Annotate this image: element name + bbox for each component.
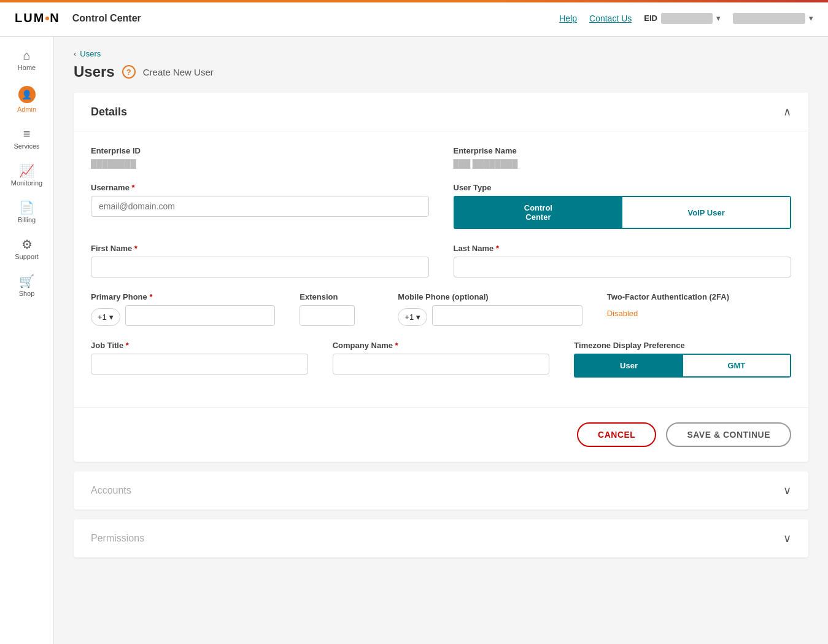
sidebar-label-monitoring: Monitoring: [11, 179, 42, 187]
header-title: Control Center: [72, 13, 559, 24]
timezone-gmt-btn[interactable]: GMT: [683, 354, 791, 378]
eid-value: ████████: [661, 13, 713, 24]
permissions-expand-icon[interactable]: ∨: [783, 532, 791, 545]
save-continue-button[interactable]: SAVE & CONTINUE: [666, 422, 791, 447]
page-subtitle: Create New User: [143, 67, 214, 77]
form-group-primary-phone: Primary Phone * +1 ▾: [91, 292, 275, 326]
sidebar-label-support: Support: [15, 253, 39, 260]
user-type-voip[interactable]: VoIP User: [622, 196, 791, 229]
help-icon-button[interactable]: ?: [122, 65, 136, 79]
enterprise-id-label: Enterprise ID: [91, 146, 429, 155]
sidebar-item-admin[interactable]: 👤 Admin: [0, 79, 53, 120]
mobile-phone-group: +1 ▾: [398, 305, 582, 326]
user-type-label: User Type: [454, 183, 792, 192]
contact-link[interactable]: Contact Us: [589, 14, 632, 23]
mobile-phone-country-code: +1: [404, 312, 414, 322]
accounts-section-title: Accounts: [91, 485, 131, 496]
sidebar-label-shop: Shop: [19, 290, 35, 297]
cancel-button[interactable]: CANCEL: [577, 422, 656, 447]
extension-input[interactable]: [300, 305, 355, 326]
sidebar-item-billing[interactable]: 📄 Billing: [0, 194, 53, 231]
account-value: ████████████: [733, 13, 805, 24]
user-type-toggle: ControlCenter VoIP User: [454, 196, 792, 229]
first-name-input[interactable]: [91, 257, 429, 277]
form-group-user-type: User Type ControlCenter VoIP User: [454, 183, 792, 229]
sidebar: ⌂ Home 👤 Admin ≡ Services 📈 Monitoring 📄…: [0, 37, 54, 644]
mobile-phone-label: Mobile Phone (optional): [398, 292, 582, 301]
header: LUMN Control Center Help Contact Us EID …: [0, 0, 828, 37]
eid-dropdown-icon[interactable]: ▾: [716, 14, 721, 23]
primary-phone-country-code: +1: [98, 312, 107, 322]
header-nav: Help Contact Us EID ████████ ▾ █████████…: [559, 13, 813, 24]
monitoring-icon: 📈: [19, 165, 34, 177]
primary-phone-group: +1 ▾: [91, 305, 275, 326]
permissions-card: Permissions ∨: [74, 519, 808, 557]
form-row-username-usertype: Username * User Type ControlCenter VoIP …: [91, 183, 791, 229]
mobile-phone-number-input[interactable]: [432, 305, 582, 326]
twofa-label: Two-Factor Authentication (2FA): [607, 292, 791, 301]
accounts-expand-icon[interactable]: ∨: [783, 484, 791, 497]
admin-icon: 👤: [18, 86, 36, 103]
home-icon: ⌂: [23, 49, 30, 61]
form-row-job-company-timezone: Job Title * Company Name * Timezone: [91, 341, 791, 378]
sidebar-item-home[interactable]: ⌂ Home: [0, 42, 53, 79]
eid-label: EID: [644, 14, 657, 23]
breadcrumb-arrow: ‹: [74, 49, 76, 58]
account-container: ████████████ ▾: [733, 13, 813, 24]
sidebar-item-services[interactable]: ≡ Services: [0, 120, 53, 157]
action-row: CANCEL SAVE & CONTINUE: [74, 407, 808, 462]
form-group-enterprise-id: Enterprise ID ████████: [91, 146, 429, 168]
first-name-label: First Name *: [91, 244, 429, 253]
details-card: Details ∧ Enterprise ID ████████ Enterpr…: [74, 93, 808, 462]
sidebar-label-services: Services: [14, 142, 39, 150]
sidebar-item-support[interactable]: ⚙ Support: [0, 231, 53, 268]
username-input[interactable]: [91, 196, 429, 217]
account-dropdown-icon[interactable]: ▾: [809, 14, 813, 23]
eid-container: EID ████████ ▾: [644, 13, 721, 24]
form-group-timezone: Timezone Display Preference User GMT: [574, 341, 791, 378]
form-group-last-name: Last Name *: [454, 244, 792, 277]
top-bar: [0, 0, 828, 2]
permissions-section-title: Permissions: [91, 533, 144, 544]
form-row-enterprise: Enterprise ID ████████ Enterprise Name █…: [91, 146, 791, 168]
details-section-title: Details: [91, 106, 127, 118]
job-title-label: Job Title *: [91, 341, 308, 350]
primary-phone-number-input[interactable]: [125, 305, 276, 326]
sidebar-label-billing: Billing: [18, 216, 36, 223]
page-title: Users: [74, 63, 115, 80]
form-group-first-name: First Name *: [91, 244, 429, 277]
details-collapse-icon[interactable]: ∧: [783, 105, 791, 118]
help-link[interactable]: Help: [559, 14, 577, 23]
sidebar-item-shop[interactable]: 🛒 Shop: [0, 268, 53, 305]
primary-phone-country-selector[interactable]: +1 ▾: [91, 308, 120, 326]
extension-label: Extension: [300, 292, 373, 301]
job-title-input[interactable]: [91, 354, 308, 374]
details-form-body: Enterprise ID ████████ Enterprise Name █…: [74, 131, 808, 407]
sidebar-label-admin: Admin: [17, 106, 36, 113]
username-label: Username *: [91, 183, 429, 192]
form-row-phone: Primary Phone * +1 ▾ Extension: [91, 292, 791, 326]
accounts-card: Accounts ∨: [74, 471, 808, 510]
form-group-mobile-phone: Mobile Phone (optional) +1 ▾: [398, 292, 582, 326]
sidebar-label-home: Home: [18, 64, 36, 71]
support-icon: ⚙: [21, 238, 33, 250]
accounts-section-header: Accounts ∨: [74, 471, 808, 510]
form-group-company-name: Company Name *: [333, 341, 550, 374]
enterprise-name-label: Enterprise Name: [454, 146, 792, 155]
user-type-control-center[interactable]: ControlCenter: [454, 196, 622, 229]
form-group-extension: Extension: [300, 292, 373, 326]
twofa-status: Disabled: [607, 309, 791, 318]
timezone-label: Timezone Display Preference: [574, 341, 791, 350]
details-section-header: Details ∧: [74, 93, 808, 131]
last-name-input[interactable]: [454, 257, 792, 277]
timezone-toggle: User GMT: [574, 354, 791, 378]
company-name-input[interactable]: [333, 354, 550, 374]
mobile-phone-country-selector[interactable]: +1 ▾: [398, 308, 427, 326]
breadcrumb: ‹ Users: [74, 49, 808, 58]
services-icon: ≡: [23, 128, 31, 140]
breadcrumb-link-users[interactable]: Users: [80, 49, 101, 58]
timezone-user-btn[interactable]: User: [574, 354, 682, 378]
sidebar-item-monitoring[interactable]: 📈 Monitoring: [0, 157, 53, 194]
form-group-job-title: Job Title *: [91, 341, 308, 374]
form-group-username: Username *: [91, 183, 429, 229]
